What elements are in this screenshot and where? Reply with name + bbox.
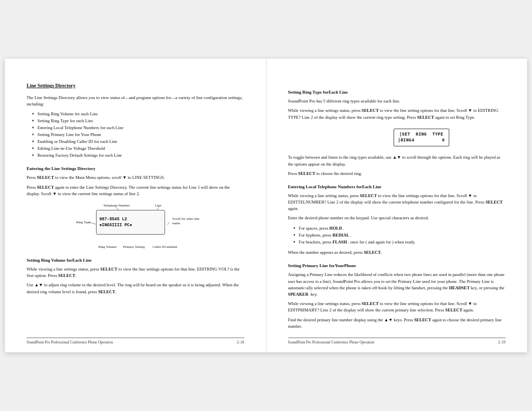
ring-display-line1: |SET RING TYPE xyxy=(398,132,445,137)
label-primary: Primary Setting xyxy=(123,244,145,249)
label-ringtype: Ring Type xyxy=(76,220,91,225)
display-line1: 987-8545 L2 xyxy=(100,216,162,222)
page-spread: Line Settings Directory The Line Setting… xyxy=(5,59,527,352)
primary-para3: Find the desired primary line number dis… xyxy=(288,317,506,330)
bullet-list-main: Setting Ring Volume for each Line Settin… xyxy=(27,110,244,159)
ring-type-para4: Press SELECT to choose the desired ring. xyxy=(288,171,506,177)
ring-type-display-box: |SET RING TYPE |RING4 9 xyxy=(394,129,449,147)
tel-bullet-list: For spaces, press HOLD . For hyphens, pr… xyxy=(288,225,506,246)
left-page-footer: SoundPoint Pro Professional Conference P… xyxy=(27,338,244,345)
primary-para1: Assigning a Primary Line reduces the lik… xyxy=(288,272,506,298)
ring-display-line2: |RING4 9 xyxy=(398,137,445,143)
left-page-title: Line Settings Directory xyxy=(27,82,244,90)
bullet-item: Setting Ring Type for each Line xyxy=(32,117,244,124)
phone-display-box: 987-8545 L2 ●ING5IIII PC● xyxy=(96,210,165,235)
right-footer-center: SoundPoint Pro Professional Conference P… xyxy=(288,340,374,345)
ring-vol-para2: Use ▲▼ to adjust ring volume to the desi… xyxy=(27,282,244,295)
entering-directory-para2: Press SELECT again to enter the Line Set… xyxy=(27,184,244,197)
right-page-footer: SoundPoint Pro Professional Conference P… xyxy=(288,338,506,345)
svg-line-3 xyxy=(167,222,169,225)
bullet-item: Setting Ring Volume for each Line xyxy=(32,110,244,117)
label-scroll: Scroll for other line status xyxy=(172,217,200,226)
bullet-item: Restoring Factory Default Settings for e… xyxy=(32,152,244,159)
bullet-item: Editing Line-in-Use Voltage Threshold xyxy=(32,145,244,152)
bullet-item: Setting Primary Line for Your Phone xyxy=(32,131,244,138)
ring-type-para1: SoundPoint Pro has 5 different ring type… xyxy=(288,98,506,104)
label-ringvol: Ring Volume xyxy=(99,244,117,249)
bullet-item: Enabling or Disabling Caller ID for each… xyxy=(32,138,244,145)
page-right: Setting Ring Type forEach Line SoundPoin… xyxy=(266,59,528,352)
primary-para2: While viewing a line settings status, pr… xyxy=(288,301,506,313)
tel-bullet-redial: For hyphens, press REDIAL . xyxy=(293,232,506,239)
section-entering-directory-heading: Entering the Line Settings Directory xyxy=(27,166,244,172)
phone-diagram: Telephone Number Line 987-8545 L2 ●ING5I… xyxy=(71,201,200,250)
ring-type-para3: To toggle between and listen to the ring… xyxy=(288,154,506,167)
tel-bullet-flash: For brackets, press FLASH , once for ( a… xyxy=(293,239,506,245)
right-footer-page: 2–19 xyxy=(498,340,505,345)
tel-bullet-hold: For spaces, press HOLD . xyxy=(293,225,506,232)
left-footer-center: SoundPoint Pro Professional Conference P… xyxy=(27,340,113,345)
ring-type-para2: While viewing a line settings status, pr… xyxy=(288,107,506,120)
section-ring-volume-heading: Setting Ring Volume forEach Line xyxy=(27,257,244,264)
ring-vol-para1: While viewing a line settings status, pr… xyxy=(27,266,244,279)
display-line2: ●ING5IIII PC● xyxy=(100,222,162,228)
tel-para2: Enter the desired phone number on the ke… xyxy=(288,215,506,221)
ring-type-display-area: |SET RING TYPE |RING4 9 xyxy=(288,125,506,151)
label-caller: Caller ID enabled xyxy=(153,244,177,249)
tel-para1: While viewing a line setting status, pre… xyxy=(288,193,506,212)
page-left: Line Settings Directory The Line Setting… xyxy=(5,59,266,352)
section-tel-numbers-heading: Entering Local Telephone Numbers forEach… xyxy=(288,184,506,190)
left-intro: The Line Settings Directory allows you t… xyxy=(27,95,244,107)
bullet-item: Entering Local Telephone Numbers for eac… xyxy=(32,124,244,131)
left-footer-page: 2–18 xyxy=(237,340,244,345)
entering-directory-para1: Press SELECT to view the Main Menu optio… xyxy=(27,174,244,181)
section-primary-line-heading: Setting Primary Line forYourPhone xyxy=(288,263,506,269)
tel-para3: When the number appears as desired, pres… xyxy=(288,249,506,256)
section-ring-type-heading: Setting Ring Type forEach Line xyxy=(288,89,506,96)
